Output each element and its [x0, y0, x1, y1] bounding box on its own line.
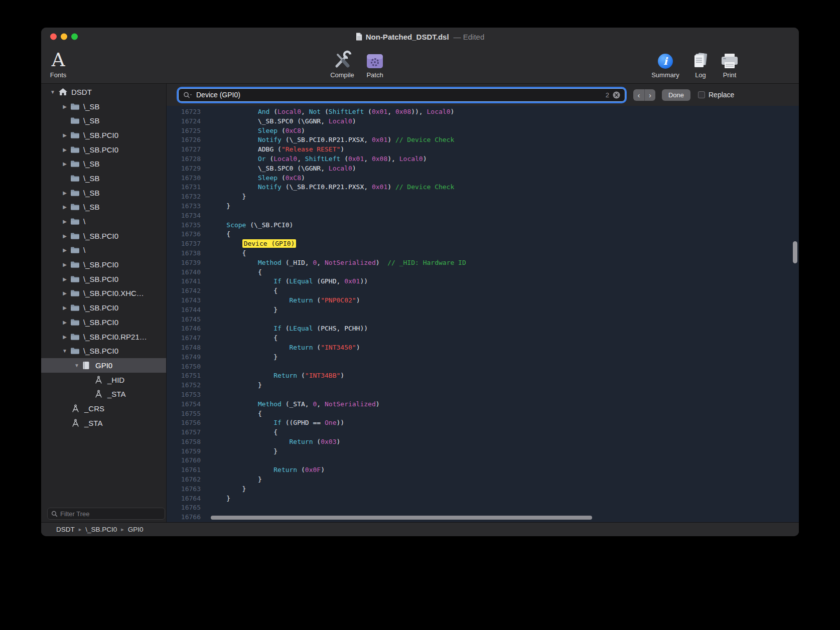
zoom-window-button[interactable] — [71, 34, 78, 40]
line-number: 16757 — [167, 428, 201, 437]
code-token: (\_SB.PCI0) — [246, 221, 293, 229]
compile-button[interactable]: Compile — [326, 49, 359, 79]
tree-item-sb-pci0[interactable]: ▶\_SB.PCI0 — [41, 300, 166, 315]
disclosure-triangle-expanded-icon[interactable]: ▼ — [59, 348, 70, 354]
disclosure-triangle-collapsed-icon[interactable]: ▶ — [59, 190, 70, 196]
code-token: "Release RESET" — [282, 145, 340, 153]
titlebar[interactable]: Non-Patched_DSDT.dsl — Edited — [41, 28, 799, 46]
code-token: ( — [297, 372, 305, 379]
disclosure-triangle-collapsed-icon[interactable]: ▶ — [59, 161, 70, 167]
search-menu-icon[interactable] — [183, 92, 193, 98]
disclosure-triangle-collapsed-icon[interactable]: ▶ — [59, 147, 70, 152]
tree-item-hid[interactable]: _HID — [41, 373, 166, 387]
print-button[interactable]: Print — [713, 49, 746, 79]
summary-button[interactable]: i Summary — [649, 49, 682, 79]
disclosure-triangle-collapsed-icon[interactable]: ▶ — [59, 247, 70, 253]
disclosure-triangle-collapsed-icon[interactable]: ▶ — [59, 262, 70, 267]
disclosure-triangle-collapsed-icon[interactable]: ▶ — [59, 132, 70, 138]
code-token: ) — [352, 117, 356, 125]
code-token: \_SB.SPC0 (\GGNR, — [211, 117, 329, 125]
disclosure-triangle-collapsed-icon[interactable]: ▶ — [59, 334, 70, 340]
tree-item-dsdt[interactable]: ▼DSDT — [41, 85, 166, 99]
code-line-text: { — [201, 249, 246, 258]
find-previous-button[interactable]: ‹ — [633, 89, 644, 101]
tree-item-sb-pci0-rp21[interactable]: ▶\_SB.PCI0.RP21… — [41, 330, 166, 344]
code-line: 16726 Notify (\_SB.PCI0.RP21.PXSX, 0x01)… — [167, 135, 799, 145]
code-line: 16763 } — [167, 485, 799, 494]
tree-item-sb-pci0[interactable]: ▶\_SB.PCI0 — [41, 142, 166, 157]
line-number: 16735 — [167, 221, 201, 230]
tree-item-sta[interactable]: _STA — [41, 387, 166, 401]
tree-item-sb[interactable]: \_SB — [41, 171, 166, 186]
disclosure-triangle-collapsed-icon[interactable]: ▶ — [59, 219, 70, 224]
line-number: 16755 — [167, 409, 201, 419]
code-token: Return — [273, 466, 297, 474]
tree-item-sb[interactable]: ▶\_SB — [41, 186, 166, 200]
tree-item-sb[interactable]: ▶\_SB — [41, 99, 166, 114]
code-line-text: } — [201, 494, 230, 504]
search-match-highlight: Device (GPI0) — [242, 239, 297, 248]
code-token — [211, 344, 290, 351]
code-token: Method — [258, 400, 282, 408]
tree-item-sb-pci0[interactable]: ▶\_SB.PCI0 — [41, 315, 166, 330]
breadcrumb-item[interactable]: GPI0 — [128, 526, 144, 533]
tree-item-label: \ — [83, 217, 85, 226]
vertical-scrollbar[interactable] — [793, 241, 797, 263]
tree-item-sb-pci0[interactable]: ▶\_SB.PCI0 — [41, 229, 166, 243]
minimize-window-button[interactable] — [61, 34, 67, 40]
code-editor[interactable]: 16723 And (Local0, Not (ShiftLeft (0x01,… — [167, 106, 799, 522]
filter-tree-input[interactable] — [60, 510, 161, 518]
traffic-lights — [50, 34, 78, 40]
close-window-button[interactable] — [50, 34, 57, 40]
done-button[interactable]: Done — [662, 89, 690, 101]
code-token — [211, 466, 273, 474]
disclosure-triangle-expanded-icon[interactable]: ▼ — [47, 89, 58, 95]
breadcrumb-item[interactable]: \_SB.PCI0 — [85, 526, 117, 533]
tree-item-crs[interactable]: _CRS — [41, 401, 166, 416]
tree-item-[interactable]: ▶\ — [41, 243, 166, 258]
tree-item-sta[interactable]: _STA — [41, 416, 166, 430]
tree-item-gpi0[interactable]: ▼GPI0 — [41, 358, 166, 373]
code-token: ) — [376, 400, 380, 408]
code-lines: 16723 And (Local0, Not (ShiftLeft (0x01,… — [167, 107, 799, 522]
disclosure-triangle-collapsed-icon[interactable]: ▶ — [59, 305, 70, 310]
code-token: // Device Check — [395, 183, 454, 191]
line-number: 16727 — [167, 145, 201, 154]
folder-icon — [70, 347, 83, 355]
tree-item-sb-pci0[interactable]: ▼\_SB.PCI0 — [41, 344, 166, 358]
tree-item-sb[interactable]: \_SB — [41, 113, 166, 128]
disclosure-triangle-collapsed-icon[interactable]: ▶ — [59, 104, 70, 109]
disclosure-triangle-collapsed-icon[interactable]: ▶ — [59, 276, 70, 282]
breadcrumb-item[interactable]: DSDT — [56, 526, 75, 533]
log-button[interactable]: Log — [684, 49, 717, 79]
horizontal-scrollbar[interactable] — [211, 516, 592, 520]
disclosure-triangle-collapsed-icon[interactable]: ▶ — [59, 290, 70, 296]
tree-item-sb-pci0[interactable]: ▶\_SB.PCI0 — [41, 128, 166, 142]
compile-tools-icon — [332, 49, 352, 70]
tree-item-sb-pci0[interactable]: ▶\_SB.PCI0 — [41, 272, 166, 286]
disclosure-triangle-expanded-icon[interactable]: ▼ — [71, 363, 82, 368]
tree-item-sb[interactable]: ▶\_SB — [41, 200, 166, 215]
tree-item-sb-pci0-xhc[interactable]: ▶\_SB.PCI0.XHC… — [41, 286, 166, 301]
document-proxy-icon[interactable] — [356, 33, 362, 41]
tree-item-label: \_SB.PCI0.XHC… — [83, 289, 144, 297]
patch-button[interactable]: Patch — [358, 49, 391, 79]
disclosure-triangle-collapsed-icon[interactable]: ▶ — [59, 233, 70, 239]
disclosure-triangle-collapsed-icon[interactable]: ▶ — [59, 320, 70, 325]
disclosure-triangle-collapsed-icon[interactable]: ▶ — [59, 204, 70, 210]
tree-item-[interactable]: ▶\ — [41, 214, 166, 229]
replace-checkbox[interactable] — [698, 91, 705, 98]
tree-item-sb-pci0[interactable]: ▶\_SB.PCI0 — [41, 257, 166, 272]
tree-item-sb[interactable]: ▶\_SB — [41, 156, 166, 171]
tree-item-label: \_SB.PCI0 — [83, 145, 118, 154]
code-line-text: Notify (\_SB.PCI0.RP21.PXSX, 0x01) // De… — [201, 183, 454, 192]
find-next-button[interactable]: › — [644, 89, 655, 101]
fonts-button[interactable]: A Fonts — [42, 49, 75, 79]
code-token: Local0 — [277, 108, 301, 115]
find-input-field[interactable]: Device (GPI0) 2 — [178, 88, 625, 102]
code-token: ( — [313, 438, 321, 445]
filter-tree-field[interactable] — [47, 508, 165, 520]
tree-item-label: \_SB.PCI0 — [83, 303, 118, 312]
clear-search-icon[interactable] — [613, 91, 620, 99]
code-line: 16738 { — [167, 249, 799, 258]
